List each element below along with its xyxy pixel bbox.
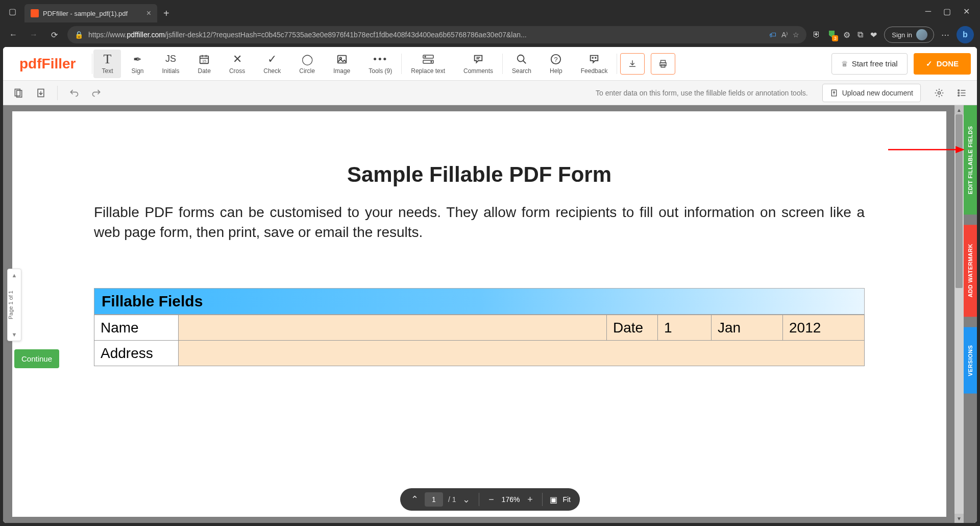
read-aloud-icon[interactable]: A⁾ bbox=[781, 31, 788, 39]
zoom-level: 176% bbox=[502, 495, 520, 504]
tool-comments[interactable]: Comments bbox=[455, 50, 501, 78]
tool-feedback[interactable]: Feedback bbox=[573, 50, 616, 78]
tool-check[interactable]: ✓Check bbox=[255, 50, 289, 78]
page-up-button[interactable]: ▲ bbox=[8, 269, 21, 281]
svg-point-27 bbox=[958, 89, 960, 91]
back-button[interactable]: ← bbox=[6, 28, 20, 42]
date-year-field[interactable]: 2012 bbox=[783, 315, 865, 341]
done-button[interactable]: ✓DONE bbox=[914, 53, 971, 75]
tool-date[interactable]: 15Date bbox=[190, 50, 219, 78]
sidebar-toggle-icon[interactable]: ▢ bbox=[4, 3, 20, 19]
edit-fillable-fields-tab[interactable]: EDIT FILLABLE FIELDS bbox=[964, 105, 977, 214]
page-down-button[interactable]: ▼ bbox=[8, 328, 21, 341]
crown-icon: ♕ bbox=[841, 59, 848, 68]
svg-point-10 bbox=[431, 61, 432, 62]
favorite-icon[interactable]: ☆ bbox=[793, 31, 799, 39]
add-watermark-tab[interactable]: ADD WATERMARK bbox=[964, 225, 977, 317]
page-number-input[interactable]: 1 bbox=[425, 492, 443, 507]
hint-text: To enter data on this form, use the fill… bbox=[596, 89, 808, 97]
side-tabs: EDIT FILLABLE FIELDS ADD WATERMARK VERSI… bbox=[964, 105, 977, 523]
versions-tab[interactable]: VERSIONS bbox=[964, 327, 977, 394]
address-field[interactable] bbox=[179, 341, 865, 366]
ellipsis-icon: ••• bbox=[373, 53, 388, 65]
page-ops-button[interactable] bbox=[32, 84, 50, 102]
scroll-down-icon[interactable]: ▼ bbox=[954, 514, 964, 523]
tool-replace-text[interactable]: Replace text bbox=[403, 50, 453, 78]
date-month-field[interactable]: Jan bbox=[712, 315, 783, 341]
redo-button[interactable] bbox=[87, 84, 106, 102]
svg-point-31 bbox=[958, 94, 960, 96]
collections-icon[interactable]: ⧉ bbox=[857, 30, 863, 39]
minimize-icon[interactable]: ─ bbox=[925, 7, 931, 16]
tool-search[interactable]: Search bbox=[504, 50, 540, 78]
tool-initials[interactable]: JSInitials bbox=[154, 50, 188, 78]
start-trial-button[interactable]: ♕Start free trial bbox=[831, 53, 908, 75]
tool-more[interactable]: •••Tools (9) bbox=[360, 50, 400, 78]
maximize-icon[interactable]: ▢ bbox=[943, 7, 951, 16]
adblock-shield-icon[interactable]: ⛊ bbox=[828, 30, 836, 39]
shopping-tag-icon[interactable]: 🏷 bbox=[769, 31, 776, 39]
prev-page-button[interactable]: ⌃ bbox=[409, 494, 420, 505]
forward-button: → bbox=[27, 28, 41, 42]
svg-point-26 bbox=[938, 91, 941, 94]
tab-favicon-icon bbox=[31, 9, 39, 17]
circle-icon: ◯ bbox=[302, 53, 313, 65]
section-header: Fillable Fields bbox=[94, 288, 865, 315]
scroll-up-icon[interactable]: ▲ bbox=[954, 105, 964, 114]
scroll-thumb[interactable] bbox=[955, 114, 963, 288]
svg-point-9 bbox=[425, 56, 426, 57]
browser-titlebar: ▢ PDFfiller - sample_pdf(1).pdf × + ─ ▢ … bbox=[0, 0, 980, 22]
pages-panel-button[interactable] bbox=[9, 84, 28, 102]
more-menu-icon[interactable]: ⋯ bbox=[941, 30, 949, 40]
pdffiller-app: pdfFiller TText ✒︎Sign JSInitials 15Date… bbox=[3, 47, 977, 523]
print-button[interactable] bbox=[651, 53, 675, 75]
extensions-icon[interactable]: ⚙ bbox=[843, 30, 850, 40]
text-icon: T bbox=[104, 53, 112, 65]
app-logo[interactable]: pdfFiller bbox=[3, 56, 92, 72]
continue-button[interactable]: Continue bbox=[14, 349, 59, 368]
url-input[interactable]: 🔒 https://www.pdffiller.com/jsfiller-des… bbox=[67, 26, 806, 43]
tool-sign[interactable]: ✒︎Sign bbox=[123, 50, 152, 78]
tool-text[interactable]: TText bbox=[93, 50, 121, 78]
date-day-field[interactable]: 1 bbox=[658, 315, 712, 341]
favorites-hub-icon[interactable]: ❤ bbox=[870, 30, 877, 40]
svg-text:15: 15 bbox=[202, 58, 206, 63]
pdf-page[interactable]: Sample Fillable PDF Form Fillable PDF fo… bbox=[12, 111, 946, 517]
tool-cross[interactable]: ✕Cross bbox=[221, 50, 253, 78]
zoom-out-button[interactable]: − bbox=[486, 494, 497, 505]
upload-document-button[interactable]: Upload new document bbox=[822, 84, 921, 102]
document-canvas[interactable]: Sample Fillable PDF Form Fillable PDF fo… bbox=[3, 105, 977, 523]
tool-help[interactable]: ?Help bbox=[542, 50, 571, 78]
utility-tools: Search ?Help Feedback bbox=[503, 47, 617, 80]
tab-close-icon[interactable]: × bbox=[146, 9, 151, 18]
refresh-button[interactable]: ⟳ bbox=[47, 28, 61, 42]
settings-button[interactable] bbox=[930, 84, 948, 102]
document-paragraph: Fillable PDF forms can be customised to … bbox=[94, 202, 865, 242]
new-tab-button[interactable]: + bbox=[163, 8, 169, 19]
undo-button[interactable] bbox=[65, 84, 83, 102]
download-button[interactable] bbox=[620, 53, 645, 75]
calendar-icon: 15 bbox=[199, 53, 210, 65]
replace-text-icon bbox=[422, 53, 434, 65]
next-page-button[interactable]: ⌄ bbox=[461, 494, 472, 505]
bing-sidebar-icon[interactable]: b bbox=[957, 26, 974, 43]
search-icon bbox=[516, 53, 527, 65]
document-title: Sample Fillable PDF Form bbox=[94, 162, 865, 187]
vertical-scrollbar[interactable]: ▲ ▼ bbox=[954, 105, 964, 523]
svg-point-13 bbox=[518, 55, 524, 61]
close-window-icon[interactable]: ✕ bbox=[963, 7, 970, 16]
fit-button[interactable]: ▣ Fit bbox=[545, 495, 576, 505]
page-total: / 1 bbox=[448, 495, 456, 504]
tool-image[interactable]: Image bbox=[325, 50, 358, 78]
fields-panel-button[interactable] bbox=[952, 84, 971, 102]
name-field[interactable] bbox=[179, 315, 607, 341]
cross-icon: ✕ bbox=[233, 53, 242, 65]
name-label: Name bbox=[94, 315, 179, 341]
signin-button[interactable]: Sign in bbox=[884, 27, 934, 43]
initials-icon: JS bbox=[165, 53, 176, 65]
page-navigator: ▲ Page 1 of 1 ▼ bbox=[7, 269, 21, 341]
zoom-in-button[interactable]: + bbox=[525, 494, 535, 505]
tracking-shield-icon[interactable]: ⛨ bbox=[813, 30, 821, 39]
tool-circle[interactable]: ◯Circle bbox=[291, 50, 323, 78]
browser-tab[interactable]: PDFfiller - sample_pdf(1).pdf × bbox=[24, 4, 157, 22]
